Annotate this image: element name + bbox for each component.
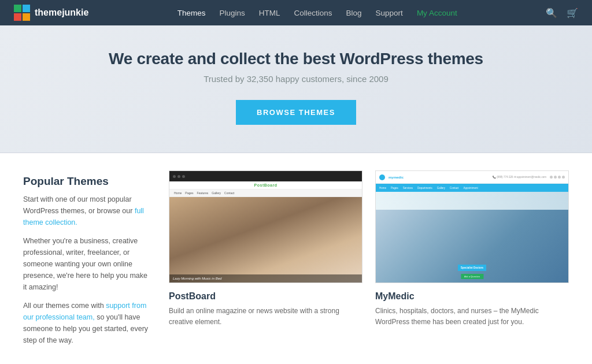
- mm-doctors: Specialist Doctors Ask a Question: [376, 210, 568, 283]
- postboard-mock: PostBoard Home Pages Features Gallery Co…: [169, 171, 362, 283]
- pb-dot-1: [173, 175, 176, 178]
- pb-nav: PostBoard: [169, 181, 362, 190]
- nav-item-themes[interactable]: Themes: [177, 8, 206, 17]
- search-icon[interactable]: 🔍: [546, 8, 557, 18]
- pb-dot-2: [177, 175, 180, 178]
- nav-item-support[interactable]: Support: [376, 8, 403, 17]
- themes-grid: PostBoard Home Pages Features Gallery Co…: [169, 170, 569, 353]
- browse-themes-button[interactable]: BROWSE THEMES: [236, 100, 356, 125]
- theme-card-mymedic: mymedic 📞 (888) 774-326 ✉ appointment@me…: [375, 170, 569, 353]
- pb-overlay: Lazy Morning with Music in Bed: [169, 274, 362, 283]
- pb-menu: Home Pages Features Gallery Contact: [169, 190, 362, 197]
- popular-themes-body2: All our themes come with support from ou…: [23, 300, 150, 346]
- svg-rect-0: [14, 5, 21, 12]
- logo-text: themejunkie: [35, 8, 88, 18]
- pb-header: [169, 171, 362, 181]
- logo-icon: [14, 5, 30, 21]
- mm-nav: Home Pages Services Departments Gallery …: [376, 184, 568, 192]
- mm-ask-btn: Ask a Question: [461, 274, 483, 279]
- mm-social: [550, 176, 565, 179]
- popular-themes-heading: Popular Themes: [23, 175, 150, 188]
- mm-contact: 📞 (888) 774-326 ✉ appointment@medic.com: [493, 176, 546, 179]
- mm-logo-text: mymedic: [388, 176, 404, 179]
- theme-card-postboard: PostBoard Home Pages Features Gallery Co…: [169, 170, 362, 353]
- svg-rect-3: [23, 13, 30, 21]
- content-section: Popular Themes Start with one of our mos…: [0, 153, 592, 364]
- cart-icon[interactable]: 🛒: [567, 8, 578, 18]
- svg-rect-1: [23, 5, 30, 12]
- postboard-description: Build an online magazine or news website…: [169, 306, 362, 328]
- hero-heading: We create and collect the best WordPress…: [12, 50, 580, 68]
- mymedic-screenshot[interactable]: mymedic 📞 (888) 774-326 ✉ appointment@me…: [375, 170, 569, 283]
- popular-themes-intro: Start with one of our most popular WordP…: [23, 194, 150, 228]
- hero-subheading: Trusted by 32,350 happy customers, since…: [12, 74, 580, 84]
- pb-logo: PostBoard: [254, 183, 278, 187]
- nav-item-plugins[interactable]: Plugins: [219, 8, 245, 17]
- popular-themes-body1: Whether you're a business, creative prof…: [23, 235, 150, 293]
- logo[interactable]: themejunkie: [14, 5, 88, 21]
- navbar: themejunkie Themes Plugins HTML Collecti…: [0, 0, 592, 25]
- nav-item-collections[interactable]: Collections: [294, 8, 332, 17]
- mm-header: mymedic 📞 (888) 774-326 ✉ appointment@me…: [376, 171, 568, 184]
- nav-actions: 🔍 🛒: [546, 8, 578, 18]
- mymedic-title: MyMedic: [375, 291, 569, 302]
- pb-dot-3: [182, 175, 185, 178]
- pb-image: Lazy Morning with Music in Bed: [169, 197, 362, 283]
- nav-item-account[interactable]: My Account: [417, 8, 457, 17]
- postboard-title: PostBoard: [169, 291, 362, 302]
- mm-badge: Specialist Doctors: [458, 265, 486, 271]
- postboard-screenshot[interactable]: PostBoard Home Pages Features Gallery Co…: [169, 170, 362, 283]
- mm-image: Specialist Doctors Ask a Question: [376, 192, 568, 283]
- mm-logo-dot: [379, 174, 385, 180]
- popular-themes-panel: Popular Themes Start with one of our mos…: [23, 170, 150, 353]
- svg-rect-2: [14, 13, 21, 21]
- hero-section: We create and collect the best WordPress…: [0, 25, 592, 153]
- nav-item-html[interactable]: HTML: [259, 8, 280, 17]
- mymedic-description: Clinics, hospitals, doctors, and nurses …: [375, 306, 569, 328]
- nav-links: Themes Plugins HTML Collections Blog Sup…: [177, 8, 457, 17]
- mymedic-mock: mymedic 📞 (888) 774-326 ✉ appointment@me…: [376, 171, 568, 283]
- nav-item-blog[interactable]: Blog: [346, 8, 362, 17]
